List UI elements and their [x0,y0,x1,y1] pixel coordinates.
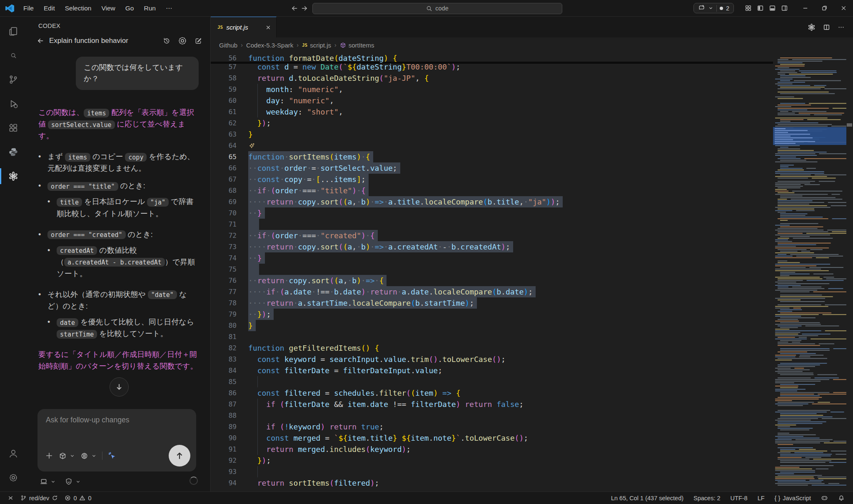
code-line-70[interactable]: 70··} [211,207,770,219]
code-line-74[interactable]: 74··} [211,252,770,264]
close-button[interactable] [834,0,853,17]
approval-mode-picker[interactable] [65,478,81,485]
breadcrumb-script-js[interactable]: JSscript.js [302,42,331,49]
encoding[interactable]: UTF-8 [727,495,751,502]
codex-openai-icon[interactable] [808,23,816,31]
code-line-86[interactable]: 86 const filtered = schedules.filter((it… [211,387,770,399]
new-chat-icon[interactable] [195,36,202,46]
cursor-spark-icon[interactable] [108,452,116,460]
code-line-64[interactable]: 64 [211,140,770,151]
activity-run-debug[interactable] [0,92,27,116]
codex-sparkle-icon[interactable] [248,142,255,150]
chat-messages[interactable]: この関数では何をしていますか？ この関数は、items 配列を「表示順」を選択値… [27,50,210,407]
indentation[interactable]: Spaces: 2 [690,495,724,502]
menu-view[interactable]: View [97,3,119,14]
code-line-60[interactable]: 60 day: "numeric", [211,95,770,106]
breadcrumb[interactable]: Github›Codex-5.3-Spark›JSscript.js›sortI… [211,37,853,52]
send-button[interactable] [169,445,190,467]
code-line-63[interactable]: 63} [211,129,770,140]
scrollbar-thumb[interactable] [847,123,852,127]
code-line-81[interactable]: 81 [211,331,770,342]
more-actions-icon[interactable] [838,24,845,31]
code-line-83[interactable]: 83 const keyword = searchInput.value.tri… [211,354,770,365]
breadcrumb-sortitems[interactable]: sortItems [340,42,374,49]
code-line-80[interactable]: 80} [211,320,770,331]
code-line-89[interactable]: 89 if (!keyword) return true; [211,421,770,432]
history-icon[interactable] [163,36,170,46]
split-editor-icon[interactable] [823,24,830,31]
sticky-scroll-line[interactable]: 56function formatDate(dateString) { [211,52,773,64]
toggle-secondary-sidebar-icon[interactable] [779,3,790,13]
eol[interactable]: LF [754,495,768,502]
code-line-88[interactable]: 88 [211,410,770,421]
menu-run[interactable]: Run [140,3,160,14]
gear-icon[interactable] [177,36,187,46]
code-line-65[interactable]: 65function·sortItems(items)·{ [211,151,770,162]
code-line-69[interactable]: 69····return·copy.sort((a,·b)·=>·a.title… [211,196,770,207]
activity-accounts[interactable] [0,442,27,466]
code-line-90[interactable]: 90 const merged = `${item.title} ${item.… [211,432,770,444]
code-line-61[interactable]: 61 weekday: "short", [211,106,770,117]
code-line-78[interactable]: 78····return·a.startTime.localeCompare(b… [211,297,770,309]
tab-script-js[interactable]: JS script.js [211,17,277,37]
code-line-67[interactable]: 67··const·copy·=·[...items]; [211,174,770,185]
code-line-82[interactable]: 82function getFilteredItems() { [211,342,770,354]
code-line-93[interactable]: 93 [211,466,770,477]
cursor-position[interactable]: Ln 65, Col 1 (437 selected) [608,495,687,502]
code-line-71[interactable]: 71 [211,219,770,230]
code-line-85[interactable]: 85 [211,376,770,387]
activity-source-control[interactable] [0,67,27,92]
menu-file[interactable]: File [19,3,38,14]
chevron-down-icon[interactable] [708,5,713,11]
breadcrumb-github[interactable]: Github [219,42,237,49]
bell-icon[interactable] [835,495,848,502]
code-line-59[interactable]: 59 month: "numeric", [211,84,770,95]
code-line-66[interactable]: 66··const·order·=·sortSelect.value; [211,162,770,174]
command-search-input[interactable]: code [312,3,562,14]
menu-edit[interactable]: Edit [40,3,59,14]
branch-status[interactable]: red/dev [17,495,61,502]
toggle-panel-icon[interactable] [767,3,778,13]
activity-explorer[interactable] [0,19,27,43]
code-line-76[interactable]: 76··return·copy.sort((a,·b)·=>·{ [211,275,770,286]
activity-python[interactable] [0,140,27,164]
code-line-56[interactable]: 56function formatDate(dateString) { [211,52,397,64]
minimap[interactable] [773,52,846,492]
code-line-75[interactable]: 75 [211,264,770,275]
minimize-button[interactable] [796,0,815,17]
code-line-73[interactable]: 73····return·copy.sort((a,·b)·=>·a.creat… [211,241,770,252]
code-line-72[interactable]: 72··if·(order·===·"created")·{ [211,230,770,241]
code-line-92[interactable]: 92 }); [211,455,770,466]
activity-settings[interactable] [0,466,27,490]
code-line-84[interactable]: 84 const filterDate = filterDateInput.va… [211,365,770,376]
environment-picker[interactable] [40,478,56,485]
code-line-79[interactable]: 79··}); [211,309,770,320]
activity-extensions[interactable] [0,116,27,140]
code-line-94[interactable]: 94 return sortItems(filtered); [211,477,770,489]
attach-plus-icon[interactable] [45,452,53,460]
forward-icon[interactable] [301,5,308,12]
menu-go[interactable]: Go [121,3,138,14]
chat-input[interactable]: Ask for follow-up changes [37,409,196,472]
code-line-77[interactable]: 77····if·(a.date·!==·b.date)·return·a.da… [211,286,770,297]
menu-selection[interactable]: Selection [61,3,96,14]
context-picker[interactable] [59,452,75,460]
activity-codex[interactable] [0,164,27,188]
problems-status[interactable]: 0 0 [61,495,95,502]
code-line-62[interactable]: 62 }); [211,117,770,129]
copilot-icon[interactable] [818,494,831,502]
activity-search[interactable] [0,43,27,67]
code-editor[interactable]: 57 const d = new Date(`${dateString}T00:… [211,52,853,492]
back-icon[interactable] [37,37,44,45]
back-icon[interactable] [291,5,298,12]
toggle-sidebar-icon[interactable] [755,3,766,13]
tab-close-icon[interactable] [265,25,271,30]
customize-layout-icon[interactable] [743,3,753,13]
scroll-to-bottom-button[interactable] [110,377,129,397]
remote-indicator-icon[interactable] [4,495,17,501]
session-widget[interactable]: 2 [693,3,734,13]
code-line-68[interactable]: 68··if·(order·===·"title")·{ [211,185,770,196]
menu-[interactable]: ⋯ [162,3,177,14]
code-line-58[interactable]: 58 return d.toLocaleDateString("ja-JP", … [211,72,770,84]
code-line-91[interactable]: 91 return merged.includes(keyword); [211,444,770,455]
